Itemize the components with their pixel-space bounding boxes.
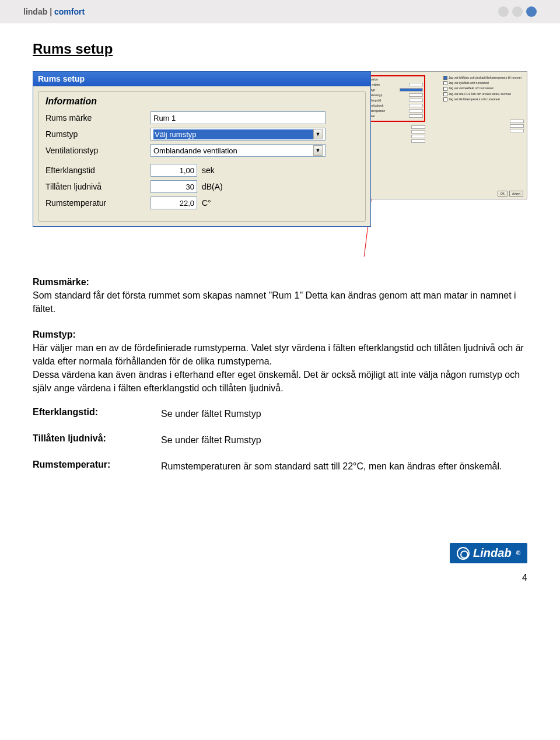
page-header: lindab | comfort: [0, 0, 560, 23]
row-tillaten-ljudniva: Tillåten ljudnivå dB(A): [46, 180, 358, 193]
thumb-ok-button[interactable]: OK: [498, 191, 508, 197]
row-rumstyp: Rumstyp Välj rumstyp ▼: [46, 128, 358, 141]
group-title: Information: [46, 96, 358, 107]
desc-rumsmarke-title: Rumsmärke:: [33, 277, 89, 287]
row-rums-marke: Rums märke: [46, 111, 358, 124]
row-rumstemp-value: Rumstemperaturen är som standard satt ti…: [161, 460, 527, 473]
input-rumstemperatur[interactable]: [150, 197, 197, 209]
desc-table: Efterklangstid: Se under fältet Rumstyp …: [33, 407, 527, 474]
brand-section: comfort: [54, 7, 85, 16]
rums-setup-dialog: Rums setup Information Rums märke Rumsty…: [33, 71, 371, 227]
unit-tillaten-ljudniva: dB(A): [202, 182, 223, 191]
information-groupbox: Information Rums märke Rumstyp Välj rums…: [38, 91, 366, 222]
screenshot-composite: Rums setup Information Rums märke Rumsty…: [33, 71, 527, 258]
row-efterklangstid-label: Efterklangstid:: [33, 407, 161, 420]
dot-icon: [526, 6, 537, 17]
thumb-check: Jag vet inte CO2 halt och önskat värde i…: [443, 92, 524, 96]
dot-icon: [512, 6, 523, 17]
thumbnail-dialog: Information Rums märke Rumstyp Ventilati…: [358, 71, 527, 199]
row-efterklangstid: Efterklangstid sek: [46, 164, 358, 177]
input-rums-marke[interactable]: [150, 111, 326, 124]
decorative-dots: [498, 6, 537, 17]
dialog-titlebar: Rums setup: [33, 72, 370, 86]
thumb-right-panel: Jag vet luftflöde och önskad tilluftstem…: [443, 75, 524, 134]
label-tillaten-ljudniva: Tillåten ljudnivå: [46, 182, 150, 191]
label-rumstyp: Rumstyp: [46, 129, 150, 139]
chevron-down-icon: ▼: [313, 129, 323, 139]
label-efterklangstid: Efterklangstid: [46, 166, 150, 175]
desc-rumstyp-title: Rumstyp:: [33, 329, 76, 339]
label-rumstemperatur: Rumstemperatur: [46, 198, 150, 208]
select-ventilationstyp-value: Omblandande ventilation: [153, 146, 313, 155]
logo-text: Lindab: [473, 546, 512, 560]
page-title: Rums setup: [33, 41, 527, 57]
thumb-check: Jag vet värmeeffekt och rumsareal: [443, 86, 524, 90]
desc-rumsmarke-body: Som standard får det första rummet som s…: [33, 289, 527, 315]
row-rumstemp-label: Rumstemperatur:: [33, 460, 161, 473]
thumb-check: Jag vet luftflöde och önskad tilluftstem…: [443, 75, 524, 80]
select-ventilationstyp[interactable]: Omblandande ventilation ▼: [150, 144, 326, 157]
thumb-check: Jag vet kyleffekt och rumsareal: [443, 80, 524, 85]
row-rumstemperatur: Rumstemperatur C°: [46, 197, 358, 209]
label-rums-marke: Rums märke: [46, 113, 150, 122]
dot-icon: [498, 6, 509, 17]
brand-block: lindab | comfort: [23, 7, 85, 16]
input-efterklangstid[interactable]: [150, 164, 197, 177]
row-tillaten-label: Tillåten ljudnivå:: [33, 433, 161, 447]
brand-name: lindab: [23, 7, 47, 16]
unit-rumstemperatur: C°: [202, 198, 211, 208]
select-rumstyp-value: Välj rumstyp: [153, 129, 313, 139]
row-ventilationstyp: Ventilationstyp Omblandande ventilation …: [46, 144, 358, 157]
label-ventilationstyp: Ventilationstyp: [46, 146, 150, 155]
logo-swirl-icon: [457, 547, 470, 560]
thumb-cancel-button[interactable]: Avbryt: [509, 191, 523, 197]
footer: Lindab®: [33, 543, 527, 563]
chevron-down-icon: ▼: [313, 145, 323, 156]
page-number: 4: [33, 573, 527, 583]
lindab-logo: Lindab®: [450, 543, 527, 563]
desc-rumstyp: Rumstyp: Här väljer man en av de fördefi…: [33, 328, 527, 395]
desc-rumstyp-body: Här väljer man en av de fördefinierade r…: [33, 341, 527, 395]
thumb-buttons: OK Avbryt: [498, 191, 523, 197]
row-tillaten-value: Se under fältet Rumstyp: [161, 433, 527, 447]
row-efterklangstid-value: Se under fältet Rumstyp: [161, 407, 527, 420]
brand-separator: |: [50, 7, 52, 16]
select-rumstyp[interactable]: Välj rumstyp ▼: [150, 128, 326, 141]
input-tillaten-ljudniva[interactable]: [150, 180, 197, 193]
thumb-check: Jag vet tilluftstemperatur och rumsareal: [443, 97, 524, 101]
desc-rumsmarke: Rumsmärke: Som standard får det första r…: [33, 275, 527, 316]
unit-efterklangstid: sek: [202, 166, 215, 175]
